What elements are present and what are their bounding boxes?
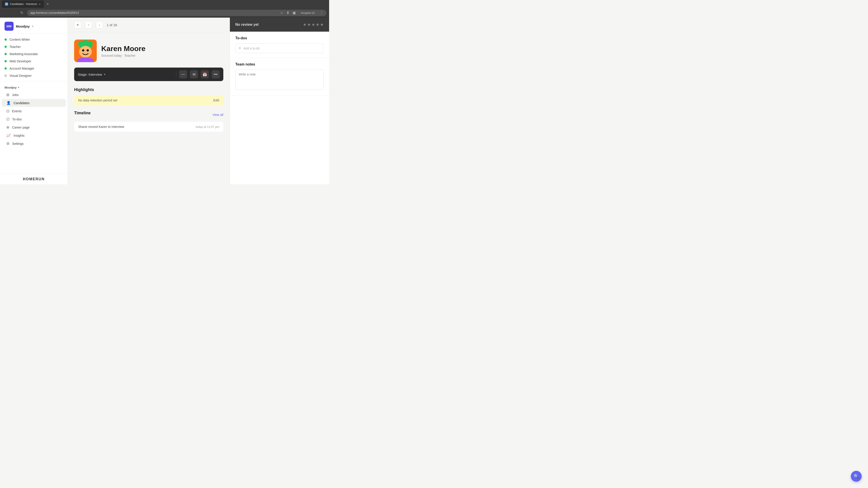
job-label-teacher: Teacher [9,45,21,48]
bookmark-icon[interactable]: ☆ [280,11,283,15]
address-bar[interactable]: app.homerun.co/candidates/5425513 ☆ ⬇ ▣ … [27,10,327,16]
split-view-icon[interactable]: ▣ [292,11,296,15]
star-1[interactable]: ★ [303,22,307,27]
sidebar-item-web-developer[interactable]: Web Developer [0,58,68,65]
nav-label-todos: To-dos [12,118,22,121]
sidebar-item-teacher[interactable]: Teacher [0,43,68,51]
star-5[interactable]: ★ [320,22,324,27]
todos-section: To-dos + Add a to-do [230,32,329,58]
svg-point-6 [82,49,84,52]
nav-icon-todos: ☑ [6,117,9,121]
sidebar-jobs-section: Content WriterTeacherMarketing Associate… [0,34,68,174]
org-nav-dropdown[interactable]: ▾ [18,86,19,89]
sidebar-item-content-writer[interactable]: Content Writer [0,36,68,43]
candidate-section: Karen Moore Sourced today · Teacher Stag… [68,32,230,136]
candidate-name: Karen Moore [101,44,146,53]
sidebar-footer: HOMERUN [0,174,68,184]
back-button[interactable]: ← [3,10,8,15]
candidate-sub: Sourced today · Teacher [101,54,146,57]
star-rating[interactable]: ★ ★ ★ ★ ★ [303,22,324,27]
add-todo-text: Add a to-do [243,46,260,50]
svg-point-4 [88,41,93,46]
forward-button[interactable]: → [11,10,16,15]
job-dot-content-writer [4,38,7,41]
timeline-item: Shane moved Karen to Interview today at … [74,122,223,132]
sidebar-nav-settings[interactable]: ⚙Settings [2,140,66,148]
email-button[interactable]: ✉ [190,70,198,78]
team-notes-input[interactable] [235,70,324,90]
nav-icon-settings: ⚙ [6,141,9,146]
tab-bar: H Candidates · Homerun × + [0,0,329,8]
review-header: No review yet ★ ★ ★ ★ ★ [230,18,329,32]
svg-point-2 [78,41,83,46]
new-tab-button[interactable]: + [45,1,51,7]
org-dropdown-icon[interactable]: ▾ [32,25,33,28]
sidebar-nav-career-page[interactable]: ⊕Career page [2,123,66,131]
address-actions: ☆ ⬇ ▣ Incognito (2) ⋮ [280,11,323,15]
prev-candidate-button[interactable]: ↑ [85,21,92,29]
nav-label-career-page: Career page [12,126,30,129]
star-2[interactable]: ★ [307,22,311,27]
browser-tab[interactable]: H Candidates · Homerun × [2,0,44,8]
svg-point-5 [79,46,92,58]
warning-banner: No data retention period set Edit [74,95,223,105]
sidebar-item-visual-designer[interactable]: Visual Designer [0,72,68,79]
extend-button[interactable]: ⋮ [320,11,323,15]
sidebar-nav-todos[interactable]: ☑To-dos [2,115,66,123]
refresh-button[interactable]: ↻ [19,10,24,15]
sidebar-header: MM Moodjoy ▾ [0,18,68,34]
avatar: MM [4,22,13,31]
job-dot-account-manager [4,67,7,70]
svg-rect-9 [77,59,94,62]
add-todo-plus-icon: + [239,46,241,51]
sidebar-item-account-manager[interactable]: Account Manager [0,65,68,72]
candidate-header: Karen Moore Sourced today · Teacher [74,39,223,62]
timeline-event-text: Shane moved Karen to Interview [78,125,124,129]
sidebar-nav-jobs[interactable]: ⊞Jobs [2,91,66,99]
svg-point-3 [83,40,88,45]
view-all-button[interactable]: View all [213,113,223,117]
team-notes-section: Team notes [230,58,329,95]
close-button[interactable]: ✕ [74,21,81,29]
download-icon[interactable]: ⬇ [286,11,289,15]
add-todo-button[interactable]: + Add a to-do [235,43,324,53]
sidebar-nav-candidates[interactable]: 👤Candidates [2,99,66,107]
org-name: Moodjoy [16,24,30,28]
todos-title: To-dos [235,36,324,40]
job-label-web-developer: Web Developer [9,59,31,63]
sidebar: MM Moodjoy ▾ Content WriterTeacherMarket… [0,18,68,184]
star-4[interactable]: ★ [316,22,319,27]
tab-favicon: H [5,2,8,6]
next-candidate-button[interactable]: ↓ [96,21,103,29]
reject-button[interactable]: — [179,70,187,78]
tab-close-button[interactable]: × [39,2,41,6]
nav-label-settings: Settings [12,142,24,145]
sidebar-nav-insights[interactable]: 📈Insights [2,131,66,139]
nav-icon-candidates: 👤 [6,101,11,105]
highlights-title: Highlights [74,88,223,92]
review-title: No review yet [235,23,258,27]
timeline-title: Timeline [74,111,91,116]
center-panel: ✕ ↑ ↓ 1 of 16 [68,18,230,184]
address-bar-row: ← → ↻ app.homerun.co/candidates/5425513 … [0,8,329,18]
homerun-logo: HOMERUN [23,177,45,181]
sidebar-item-marketing-associate[interactable]: Marketing Associate [0,51,68,58]
job-label-account-manager: Account Manager [9,67,34,70]
stage-dropdown-icon: ▾ [104,73,105,76]
job-dot-teacher [4,46,7,48]
nav-label-candidates: Candidates [13,101,30,105]
nav-icon-events: ⊡ [6,109,9,113]
star-3[interactable]: ★ [311,22,315,27]
incognito-badge[interactable]: Incognito (2) [299,11,316,15]
tab-title: Candidates · Homerun [10,2,37,6]
job-dot-marketing-associate [4,53,7,55]
sidebar-org-section: Moodjoy ▾ ⊞Jobs👤Candidates⊡Events☑To-dos… [0,83,68,149]
stage-select[interactable]: Stage: Interview ▾ [78,72,174,76]
team-notes-title: Team notes [235,62,324,66]
nav-icon-insights: 📈 [6,133,11,138]
more-actions-button[interactable]: ••• [212,70,220,78]
schedule-button[interactable]: 📅 [201,70,209,78]
nav-label-events: Events [12,109,22,113]
edit-retention-button[interactable]: Edit [213,98,219,102]
sidebar-nav-events[interactable]: ⊡Events [2,107,66,115]
